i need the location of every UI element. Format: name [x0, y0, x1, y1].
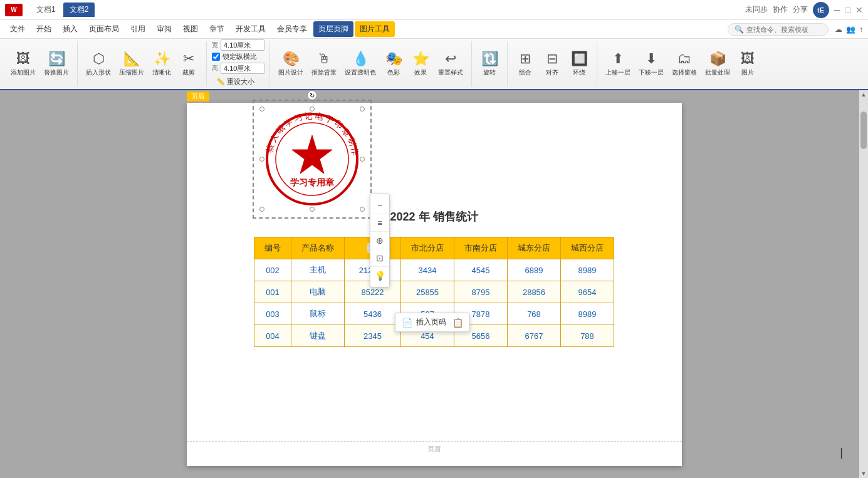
seal-handle-br[interactable]: [360, 207, 365, 212]
group-btn[interactable]: ⊞ 组合: [513, 46, 538, 82]
image-btn[interactable]: 🖼 图片: [735, 46, 760, 82]
table-row: 001 电脑 85222 25855 8795 28856 9654: [254, 281, 614, 303]
move-down-btn[interactable]: ⬇ 下移一层: [635, 46, 667, 82]
menu-vip[interactable]: 会员专享: [272, 21, 312, 37]
td-id-1: 002: [254, 259, 291, 281]
batch-process-btn[interactable]: 📦 批量处理: [702, 46, 733, 82]
td-west-1: 8989: [561, 259, 614, 281]
seal-handle-mr[interactable]: [360, 157, 365, 162]
menu-view[interactable]: 视图: [178, 21, 203, 37]
title-tab-1[interactable]: 文档1: [30, 3, 62, 17]
th-south: 市南分店: [454, 237, 508, 259]
share-icon[interactable]: ↑: [859, 25, 863, 34]
image-design-btn[interactable]: 🎨 图片设计: [275, 46, 306, 82]
float-crop-btn[interactable]: ⊡: [370, 249, 389, 267]
text-cursor: |: [840, 446, 843, 459]
lock-ratio-row: 锁定纵横比: [212, 52, 264, 61]
color-icon: 🎭: [385, 51, 402, 67]
seal-handle-bm[interactable]: [310, 207, 315, 212]
float-layout-btn[interactable]: ≡: [370, 214, 389, 232]
move-up-icon: ⬆: [612, 51, 624, 67]
replace-image-btn[interactable]: 🔄 替换图片: [41, 46, 72, 82]
td-north-1: 3434: [401, 259, 454, 281]
ribbon-group-arrange: ⊞ 组合 ⊟ 对齐 🔲 环绕: [510, 41, 597, 86]
document-area: 页眉 ↻: [0, 90, 868, 478]
set-transparent-icon: 💧: [352, 51, 369, 67]
menu-insert[interactable]: 插入: [58, 21, 83, 37]
title-right-controls: 未同步 协作 分享 tE ─ □ ✕: [745, 2, 863, 18]
lock-ratio-label: 锁定纵横比: [222, 52, 257, 61]
menu-chapter[interactable]: 章节: [204, 21, 229, 37]
remove-bg-btn[interactable]: 🖱 抠除背景: [308, 46, 340, 82]
resize-btn[interactable]: 📏 重设大小: [212, 75, 264, 88]
float-zoom-in-btn[interactable]: ⊕: [370, 232, 389, 249]
scroll-up-arrow[interactable]: ▲: [859, 90, 868, 99]
sharpen-icon: ✨: [154, 51, 170, 67]
menu-home[interactable]: 开始: [31, 21, 56, 37]
remove-bg-icon: 🖱: [317, 51, 331, 67]
crop-btn[interactable]: ✂ 裁剪: [176, 46, 201, 82]
color-btn[interactable]: 🎭 色彩: [381, 46, 406, 82]
insert-popup-copy-btn[interactable]: 📋: [452, 318, 463, 328]
th-east: 城东分店: [508, 237, 561, 259]
td-north-2: 25855: [401, 281, 454, 303]
title-bar: W 文档1 文档2 未同步 协作 分享 tE ─ □ ✕: [0, 0, 868, 20]
menu-review[interactable]: 审阅: [152, 21, 177, 37]
selection-pane-btn[interactable]: 🗂 选择窗格: [669, 46, 700, 82]
rotate-icon: 🔃: [481, 51, 498, 67]
sharpen-btn[interactable]: ✨ 清晰化: [149, 46, 174, 82]
seal-handle-tm[interactable]: [310, 107, 315, 112]
set-transparent-btn[interactable]: 💧 设置透明色: [342, 46, 379, 82]
scroll-down-arrow[interactable]: ▼: [859, 469, 868, 478]
seal-svg: 核大哦学习记电子印章制作 学习专用章: [262, 109, 362, 209]
unsync-icon[interactable]: ☁: [835, 25, 842, 34]
menu-layout[interactable]: 页面布局: [84, 21, 124, 37]
width-input[interactable]: [221, 39, 264, 51]
ribbon-arrange-buttons: ⊞ 组合 ⊟ 对齐 🔲 环绕: [513, 43, 592, 85]
move-down-icon: ⬇: [646, 51, 657, 67]
seal-handle-tr[interactable]: [360, 107, 365, 112]
batch-process-icon: 📦: [709, 51, 726, 67]
size-inputs: 宽 锁定纵横比 高 📏 重设大小: [212, 39, 264, 88]
footer-label: 页眉: [428, 445, 441, 454]
wrap-btn[interactable]: 🔲 环绕: [567, 46, 592, 82]
lock-ratio-checkbox[interactable]: [212, 53, 220, 61]
title-tabs: 文档1 文档2: [30, 3, 95, 17]
ribbon-layer-buttons: ⬆ 上移一层 ⬇ 下移一层 🗂 选择窗格 📦 批量处理 🖼 图片: [602, 43, 760, 85]
insert-shape-btn[interactable]: ⬡ 插入形状: [83, 46, 114, 82]
align-icon: ⊟: [546, 51, 558, 67]
menu-header-footer[interactable]: 页层页脚: [313, 21, 353, 37]
ribbon-design-buttons: 🎨 图片设计 🖱 抠除背景 💧 设置透明色 🎭 色彩 ⭐ 效果 ↩ 重置样式: [275, 43, 466, 85]
insert-popup-label[interactable]: 插入页码: [416, 317, 446, 328]
share-btn[interactable]: 分享: [793, 4, 808, 15]
menu-devtools[interactable]: 开发工具: [231, 21, 271, 37]
collab-btn[interactable]: 协作: [773, 4, 788, 15]
float-suggest-btn[interactable]: 💡: [370, 267, 389, 284]
move-up-btn[interactable]: ⬆ 上移一层: [602, 46, 634, 82]
title-tab-2[interactable]: 文档2: [63, 3, 95, 17]
seal-container[interactable]: ↻ 核大哦学习记电子印章制作: [262, 109, 362, 209]
scroll-thumb[interactable]: [860, 112, 867, 149]
menu-file[interactable]: 文件: [5, 21, 30, 37]
float-zoom-out-btn[interactable]: −: [370, 197, 389, 214]
align-btn[interactable]: ⊟ 对齐: [540, 46, 565, 82]
collab-icon[interactable]: 👥: [846, 25, 855, 34]
compress-img-btn[interactable]: 📐 压缩图片: [116, 46, 147, 82]
seal-handle-ml[interactable]: [259, 157, 264, 162]
sync-status[interactable]: 未同步: [745, 4, 768, 15]
reset-style-btn[interactable]: ↩ 重置样式: [435, 46, 466, 82]
seal-handle-tl[interactable]: [259, 107, 264, 112]
menu-reference[interactable]: 引用: [125, 21, 150, 37]
menu-image-tools[interactable]: 图片工具: [355, 21, 395, 37]
minimize-btn[interactable]: ─: [834, 5, 840, 15]
user-avatar[interactable]: tE: [813, 2, 829, 18]
search-input[interactable]: [746, 26, 822, 33]
add-image-btn[interactable]: 🖼 添加图片: [8, 46, 39, 82]
close-btn[interactable]: ✕: [855, 5, 863, 15]
height-input[interactable]: [221, 63, 264, 74]
seal-handle-bl[interactable]: [259, 207, 264, 212]
maximize-btn[interactable]: □: [845, 5, 850, 15]
effect-btn[interactable]: ⭐ 效果: [408, 46, 433, 82]
rotate-btn[interactable]: 🔃 旋转: [477, 46, 502, 82]
seal-rotate-handle[interactable]: ↻: [307, 90, 317, 100]
